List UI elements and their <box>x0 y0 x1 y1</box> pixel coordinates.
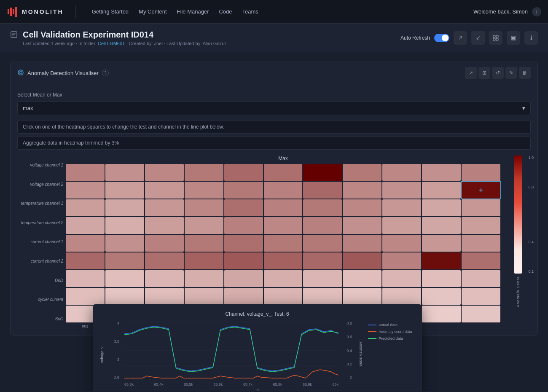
heatmap-cell-1-8[interactable] <box>382 182 421 199</box>
heatmap-cell-4-4[interactable] <box>224 235 263 252</box>
heatmap-cell-2-4[interactable] <box>224 199 263 216</box>
heatmap-cell-7-7[interactable] <box>343 288 381 305</box>
nav-code[interactable]: Code <box>215 6 236 17</box>
heatmap-cell-3-8[interactable] <box>382 217 421 234</box>
header-panel-btn[interactable]: ▣ <box>507 31 520 45</box>
heatmap-cell-6-6[interactable] <box>303 270 342 287</box>
heatmap-cell-7-3[interactable] <box>185 288 223 305</box>
heatmap-cell-6-2[interactable] <box>145 270 184 287</box>
heatmap-cell-4-8[interactable] <box>382 235 421 252</box>
heatmap-cell-4-6[interactable] <box>303 235 342 252</box>
heatmap-cell-6-1[interactable] <box>105 270 144 287</box>
folder-link[interactable]: Cell LGM60T <box>98 41 125 46</box>
heatmap-cell-4-2[interactable] <box>145 235 184 252</box>
heatmap-cell-0-10[interactable] <box>462 164 500 181</box>
heatmap-cell-3-2[interactable] <box>145 217 184 234</box>
heatmap-cell-7-0[interactable] <box>66 288 105 305</box>
heatmap-cell-7-2[interactable] <box>145 288 184 305</box>
heatmap-cell-3-4[interactable] <box>224 217 263 234</box>
heatmap-cell-6-7[interactable] <box>343 270 381 287</box>
heatmap-cell-1-3[interactable] <box>185 182 223 199</box>
heatmap-cell-3-0[interactable] <box>66 217 105 234</box>
header-info-btn[interactable]: ℹ <box>524 31 538 45</box>
heatmap-cell-2-8[interactable] <box>382 199 421 216</box>
heatmap-cell-5-2[interactable] <box>145 252 184 269</box>
heatmap-cell-5-6[interactable] <box>303 252 342 269</box>
heatmap-cell-1-5[interactable] <box>264 182 303 199</box>
heatmap-cell-3-6[interactable] <box>303 217 342 234</box>
heatmap-cell-3-3[interactable] <box>185 217 223 234</box>
heatmap-cell-5-8[interactable] <box>382 252 421 269</box>
heatmap-cell-2-10[interactable] <box>462 199 500 216</box>
heatmap-cell-2-9[interactable] <box>422 199 461 216</box>
widget-refresh-btn[interactable]: ↺ <box>492 67 504 79</box>
heatmap-cell-7-6[interactable] <box>303 288 342 305</box>
heatmap-cell-8-10[interactable] <box>462 306 500 322</box>
heatmap-cell-3-7[interactable] <box>343 217 381 234</box>
nav-teams[interactable]: Teams <box>238 6 263 17</box>
heatmap-cell-6-8[interactable] <box>382 270 421 287</box>
heatmap-cell-0-9[interactable] <box>422 164 461 181</box>
nav-file-manager[interactable]: File Manager <box>173 6 213 17</box>
header-compress-btn[interactable]: ↙ <box>471 31 485 45</box>
header-layout-btn[interactable] <box>489 31 502 45</box>
heatmap-cell-4-1[interactable] <box>105 235 144 252</box>
heatmap-cell-7-9[interactable] <box>422 288 461 305</box>
widget-fullscreen-btn[interactable]: ⊞ <box>478 67 490 79</box>
header-expand-btn[interactable]: ↗ <box>454 31 467 45</box>
heatmap-cell-3-9[interactable] <box>422 217 461 234</box>
heatmap-cell-5-3[interactable] <box>185 252 223 269</box>
heatmap-cell-4-5[interactable] <box>264 235 303 252</box>
heatmap-cell-6-9[interactable] <box>422 270 461 287</box>
heatmap-cell-5-5[interactable] <box>264 252 303 269</box>
heatmap-cell-7-8[interactable] <box>382 288 421 305</box>
heatmap-cell-4-7[interactable] <box>343 235 381 252</box>
heatmap-cell-5-9[interactable] <box>422 252 461 269</box>
heatmap-cell-0-4[interactable] <box>224 164 263 181</box>
heatmap-cell-6-3[interactable] <box>185 270 223 287</box>
heatmap-cell-1-6[interactable] <box>303 182 342 199</box>
heatmap-cell-1-7[interactable] <box>343 182 381 199</box>
heatmap-cell-1-4[interactable] <box>224 182 263 199</box>
nav-my-content[interactable]: My Content <box>134 6 171 17</box>
heatmap-cell-2-5[interactable] <box>264 199 303 216</box>
heatmap-cell-1-1[interactable] <box>105 182 144 199</box>
heatmap-cell-5-7[interactable] <box>343 252 381 269</box>
nav-getting-started[interactable]: Getting Started <box>88 6 133 17</box>
heatmap-cell-2-2[interactable] <box>145 199 184 216</box>
heatmap-cell-2-0[interactable] <box>66 199 105 216</box>
heatmap-cell-3-5[interactable] <box>264 217 303 234</box>
heatmap-cell-2-7[interactable] <box>343 199 381 216</box>
heatmap-cell-3-10[interactable] <box>462 217 500 234</box>
mean-max-select[interactable]: max ▾ <box>17 101 531 115</box>
heatmap-cell-6-10[interactable] <box>462 270 500 287</box>
heatmap-cell-0-6[interactable] <box>303 164 342 181</box>
heatmap-cell-1-2[interactable] <box>145 182 184 199</box>
heatmap-cell-4-0[interactable] <box>66 235 105 252</box>
widget-expand-btn[interactable]: ↗ <box>465 67 477 79</box>
heatmap-cell-5-10[interactable] <box>462 252 500 269</box>
widget-info-icon[interactable]: ? <box>102 70 109 76</box>
heatmap-cell-4-9[interactable] <box>422 235 461 252</box>
heatmap-cell-6-0[interactable] <box>66 270 105 287</box>
heatmap-cell-0-5[interactable] <box>264 164 303 181</box>
user-info-button[interactable]: i <box>532 7 541 16</box>
heatmap-cell-5-4[interactable] <box>224 252 263 269</box>
widget-delete-btn[interactable]: 🗑 <box>519 67 531 79</box>
heatmap-cell-5-0[interactable] <box>66 252 105 269</box>
heatmap-cell-7-10[interactable] <box>462 288 500 305</box>
heatmap-cell-0-7[interactable] <box>343 164 381 181</box>
auto-refresh-toggle[interactable] <box>434 34 449 42</box>
heatmap-cell-7-1[interactable] <box>105 288 144 305</box>
heatmap-cell-0-2[interactable] <box>145 164 184 181</box>
heatmap-cell-4-3[interactable] <box>185 235 223 252</box>
heatmap-cell-1-0[interactable] <box>66 182 105 199</box>
heatmap-cell-8-9[interactable] <box>422 306 461 322</box>
widget-edit-btn[interactable]: ✎ <box>505 67 517 79</box>
heatmap-cell-7-5[interactable] <box>264 288 303 305</box>
heatmap-cell-2-1[interactable] <box>105 199 144 216</box>
heatmap-cell-2-3[interactable] <box>185 199 223 216</box>
heatmap-cell-1-9[interactable] <box>422 182 461 199</box>
heatmap-cell-0-1[interactable] <box>105 164 144 181</box>
heatmap-cell-0-8[interactable] <box>382 164 421 181</box>
